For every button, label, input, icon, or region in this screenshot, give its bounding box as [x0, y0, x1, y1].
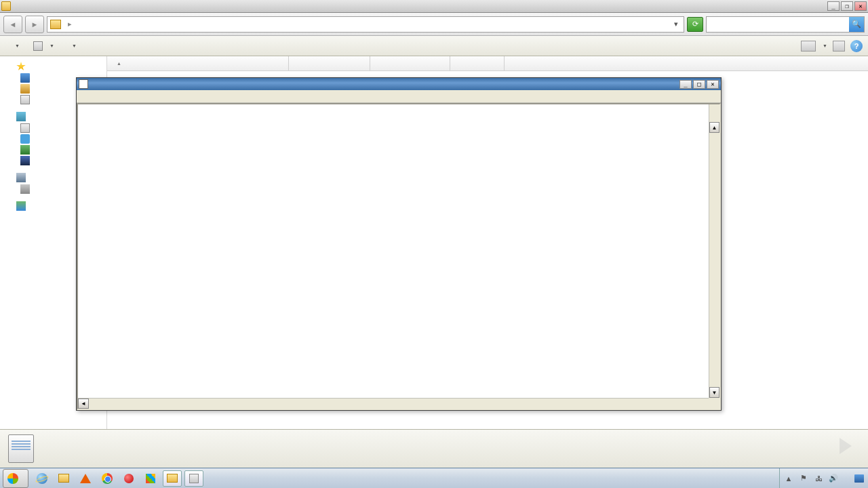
start-button[interactable]: [3, 469, 28, 488]
folder-icon: [1, 1, 11, 11]
column-headers: ▲: [107, 56, 868, 71]
downloads-icon: [20, 84, 30, 94]
system-tray: ▲ ⚑ 🖧 🔊: [779, 468, 868, 488]
search-box[interactable]: 🔍: [706, 16, 865, 33]
folder-icon: [50, 20, 61, 29]
taskbar-notepad-window[interactable]: [184, 470, 203, 487]
show-desktop-button[interactable]: [854, 474, 864, 483]
taskbar-app-grid[interactable]: [141, 470, 160, 487]
notepad-maximize-button[interactable]: □: [693, 80, 705, 89]
taskbar-explorer-window[interactable]: [163, 470, 182, 487]
address-box[interactable]: ▸ ▾: [47, 16, 684, 33]
views-dropdown[interactable]: ▼: [823, 43, 827, 48]
taskbar-ie[interactable]: [33, 470, 52, 487]
menu-edit[interactable]: [90, 95, 101, 98]
notepad-icon: [189, 474, 199, 483]
tray-expand-icon[interactable]: ▲: [784, 474, 793, 483]
new-folder-button[interactable]: [98, 44, 109, 48]
libraries-icon: [16, 112, 26, 121]
recent-icon: [20, 95, 30, 104]
scrollbar-vertical[interactable]: ▲ ▼: [709, 104, 719, 398]
help-button[interactable]: ?: [850, 40, 863, 52]
taskbar-chrome[interactable]: [98, 470, 117, 487]
column-date-modified[interactable]: [289, 56, 370, 70]
close-button[interactable]: ✕: [854, 1, 867, 11]
media-icon: [80, 474, 91, 483]
views-button[interactable]: [801, 41, 816, 52]
taskbar-app-red[interactable]: [119, 470, 138, 487]
details-pane: [0, 429, 868, 467]
notepad-close-button[interactable]: ✕: [707, 80, 719, 89]
open-button[interactable]: ▼: [28, 39, 60, 53]
column-size[interactable]: [450, 56, 505, 70]
minimize-button[interactable]: _: [827, 1, 840, 11]
column-type[interactable]: [370, 56, 450, 70]
tray-flag-icon[interactable]: ⚑: [799, 474, 808, 483]
taskbar-media[interactable]: [76, 470, 95, 487]
menu-help[interactable]: [123, 95, 134, 98]
refresh-button[interactable]: ⟳: [687, 17, 703, 32]
red-circle-icon: [124, 474, 134, 483]
notepad-window: _ □ ✕ ▲ ▼ ◄ ►: [76, 77, 722, 411]
tray-volume-icon[interactable]: 🔊: [829, 474, 838, 483]
windows-logo-icon: [7, 473, 18, 484]
notepad-textarea[interactable]: ▲ ▼ ◄ ►: [77, 103, 721, 410]
scrollbar-horizontal[interactable]: ◄ ►: [78, 398, 719, 409]
scroll-down-button[interactable]: ▼: [709, 387, 719, 398]
address-dropdown[interactable]: ▾: [671, 20, 681, 28]
preview-pane-button[interactable]: [833, 41, 845, 52]
pictures-icon: [20, 145, 30, 155]
grid-icon: [146, 474, 155, 483]
documents-icon: [20, 123, 30, 133]
menu-view[interactable]: [112, 95, 123, 98]
taskbar: ▲ ⚑ 🖧 🔊: [0, 468, 868, 488]
nav-forward-button[interactable]: ►: [25, 16, 44, 33]
computer-icon: [16, 173, 26, 182]
notepad-minimize-button[interactable]: _: [679, 80, 692, 89]
videos-icon: [20, 156, 30, 165]
chrome-icon: [102, 473, 113, 484]
music-icon: [20, 134, 30, 144]
search-input[interactable]: [707, 20, 849, 28]
nav-back-button[interactable]: ◄: [3, 16, 22, 33]
explorer-titlebar: _ ❐ ✕: [0, 0, 868, 13]
desktop-icon: [20, 73, 30, 83]
folder-icon: [58, 474, 69, 483]
resize-grip[interactable]: [709, 398, 719, 409]
address-bar-row: ◄ ► ▸ ▾ ⟳ 🔍: [0, 13, 868, 36]
notepad-menubar: [77, 90, 721, 103]
document-icon: [33, 41, 43, 51]
notepad-icon: [79, 79, 88, 89]
explorer-toolbar: ▼ ▼ ▼ ▼ ?: [0, 36, 868, 56]
tray-network-icon[interactable]: 🖧: [814, 474, 823, 483]
file-type-icon: [8, 434, 34, 463]
menu-format[interactable]: [101, 95, 112, 98]
share-with-button[interactable]: ▼: [62, 41, 82, 50]
ie-icon: [37, 473, 47, 484]
print-button[interactable]: [85, 44, 96, 48]
network-icon: [16, 201, 26, 211]
search-button[interactable]: 🔍: [849, 17, 864, 32]
notepad-titlebar[interactable]: _ □ ✕: [77, 78, 721, 90]
disk-icon: [20, 184, 30, 194]
favorites-header[interactable]: [0, 60, 106, 73]
scroll-left-button[interactable]: ◄: [78, 399, 89, 409]
taskbar-explorer[interactable]: [54, 470, 73, 487]
column-name[interactable]: ▲: [107, 56, 289, 70]
menu-file[interactable]: [79, 95, 90, 98]
maximize-button[interactable]: ❐: [841, 1, 853, 11]
breadcrumb-sep: ▸: [68, 20, 72, 28]
organize-button[interactable]: ▼: [5, 41, 25, 50]
star-icon: [16, 62, 26, 71]
folder-icon: [167, 474, 178, 483]
